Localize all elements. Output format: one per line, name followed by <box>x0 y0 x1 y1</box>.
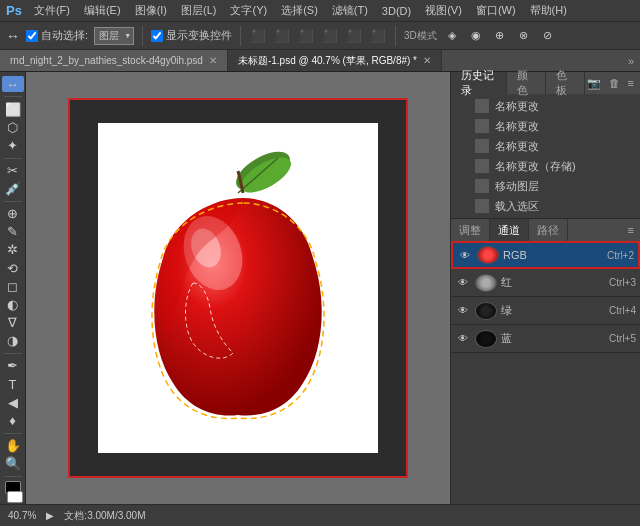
history-camera-icon[interactable]: 📷 <box>585 77 603 90</box>
tool-select-rect[interactable]: ⬜ <box>2 101 24 117</box>
tool-history-brush[interactable]: ⟲ <box>2 260 24 276</box>
tab-1-close[interactable]: ✕ <box>423 55 431 66</box>
align-middle-icon[interactable]: ⬛ <box>345 27 363 45</box>
3d-icon-1[interactable]: ◈ <box>443 27 461 45</box>
tool-pen[interactable]: ✒ <box>2 358 24 374</box>
tool-lasso[interactable]: ⬡ <box>2 119 24 135</box>
channel-row-blue[interactable]: 👁 蓝 Ctrl+5 <box>451 325 640 353</box>
channels-menu-icon[interactable]: ≡ <box>626 224 636 236</box>
channel-eye-blue[interactable]: 👁 <box>455 331 471 347</box>
separator-1 <box>142 26 143 46</box>
menu-view[interactable]: 视图(V) <box>419 1 468 20</box>
channel-shortcut-blue: Ctrl+5 <box>609 333 636 344</box>
menu-image[interactable]: 图像(I) <box>129 1 173 20</box>
history-item-5[interactable]: 载入选区 <box>451 196 640 216</box>
menu-window[interactable]: 窗口(W) <box>470 1 522 20</box>
channel-row-rgb[interactable]: 👁 RGB Ctrl+2 <box>451 241 640 269</box>
tool-sep-3 <box>4 201 22 202</box>
align-left-icon[interactable]: ⬛ <box>249 27 267 45</box>
tab-more[interactable]: » <box>622 50 640 71</box>
apple-image <box>118 143 358 433</box>
align-right-icon[interactable]: ⬛ <box>297 27 315 45</box>
auto-select-checkbox[interactable]: 自动选择: <box>26 28 88 43</box>
channel-name-blue: 蓝 <box>501 331 605 346</box>
history-item-4[interactable]: 移动图层 <box>451 176 640 196</box>
background-color[interactable] <box>7 491 23 503</box>
channels-panel-icons: ≡ <box>626 219 640 241</box>
align-top-icon[interactable]: ⬛ <box>321 27 339 45</box>
channel-eye-red[interactable]: 👁 <box>455 275 471 291</box>
tool-blur[interactable]: ∇ <box>2 315 24 331</box>
history-item-0[interactable]: 名称更改 <box>451 96 640 116</box>
tool-type[interactable]: T <box>2 376 24 392</box>
channel-name-green: 绿 <box>501 303 605 318</box>
tool-brush[interactable]: ✎ <box>2 224 24 240</box>
channels-tab[interactable]: 通道 <box>490 219 529 241</box>
auto-select-dropdown[interactable]: 图层 <box>94 27 134 45</box>
tool-move[interactable]: ↔ <box>2 76 24 92</box>
tool-eraser[interactable]: ◻ <box>2 278 24 294</box>
channel-items: 👁 RGB Ctrl+2 👁 红 Ctrl+3 👁 绿 Ct <box>451 241 640 504</box>
canvas-background <box>68 98 408 478</box>
tab-1[interactable]: 未标题-1.psd @ 40.7% (苹果, RGB/8#) * ✕ <box>228 50 442 71</box>
align-bottom-icon[interactable]: ⬛ <box>369 27 387 45</box>
canvas-area[interactable] <box>26 72 450 504</box>
history-panel-icons: 📷 🗑 ≡ <box>585 72 640 94</box>
tool-path-select[interactable]: ◀ <box>2 394 24 410</box>
3d-icon-4[interactable]: ⊗ <box>515 27 533 45</box>
3d-icon-5[interactable]: ⊘ <box>539 27 557 45</box>
separator-3 <box>395 26 396 46</box>
tool-hand[interactable]: ✋ <box>2 437 24 453</box>
tool-crop[interactable]: ✂ <box>2 162 24 178</box>
tool-gradient[interactable]: ◐ <box>2 296 24 312</box>
tool-healing[interactable]: ⊕ <box>2 205 24 221</box>
tool-magic-wand[interactable]: ✦ <box>2 137 24 153</box>
adjustments-tab[interactable]: 调整 <box>451 219 490 241</box>
history-tab[interactable]: 历史记录 <box>451 72 507 94</box>
tab-0[interactable]: rnd_night_2_by_nathies_stock-d4gy0ih.psd… <box>0 50 228 71</box>
tab-0-close[interactable]: ✕ <box>209 55 217 66</box>
tool-dodge[interactable]: ◑ <box>2 333 24 349</box>
show-transform-checkbox[interactable]: 显示变换控件 <box>151 28 232 43</box>
menu-bar: Ps 文件(F) 编辑(E) 图像(I) 图层(L) 文字(Y) 选择(S) 滤… <box>0 0 640 22</box>
tool-sep-2 <box>4 158 22 159</box>
tool-zoom[interactable]: 🔍 <box>2 456 24 472</box>
status-sep: ▶ <box>46 510 54 521</box>
channel-row-green[interactable]: 👁 绿 Ctrl+4 <box>451 297 640 325</box>
history-item-3[interactable]: 名称更改（存储) <box>451 156 640 176</box>
tool-clone[interactable]: ✲ <box>2 242 24 258</box>
channel-thumb-blue <box>475 330 497 348</box>
swatch-tab[interactable]: 色板 <box>546 72 585 94</box>
channels-panel: 调整 通道 路径 ≡ 👁 RGB Ctrl+2 👁 <box>451 219 640 504</box>
menu-help[interactable]: 帮助(H) <box>524 1 573 20</box>
3d-icon-2[interactable]: ◉ <box>467 27 485 45</box>
channel-eye-green[interactable]: 👁 <box>455 303 471 319</box>
tool-shape[interactable]: ♦ <box>2 412 24 428</box>
history-item-2[interactable]: 名称更改 <box>451 136 640 156</box>
paths-tab[interactable]: 路径 <box>529 219 568 241</box>
color-tab[interactable]: 颜色 <box>507 72 546 94</box>
history-trash-icon[interactable]: 🗑 <box>607 77 622 89</box>
menu-3d[interactable]: 3D(D) <box>376 3 417 19</box>
channel-thumb-red <box>475 274 497 292</box>
tool-eyedropper[interactable]: 💉 <box>2 180 24 196</box>
history-items: 名称更改 名称更改 名称更改 名称更改（存储) 移动图层 载入选区 <box>451 94 640 218</box>
menu-file[interactable]: 文件(F) <box>28 1 76 20</box>
align-center-icon[interactable]: ⬛ <box>273 27 291 45</box>
channel-shortcut-green: Ctrl+4 <box>609 305 636 316</box>
left-toolbar: ↔ ⬜ ⬡ ✦ ✂ 💉 ⊕ ✎ ✲ ⟲ ◻ ◐ ∇ ◑ ✒ T ◀ ♦ ✋ 🔍 <box>0 72 26 504</box>
menu-filter[interactable]: 滤镜(T) <box>326 1 374 20</box>
status-bar: 40.7% ▶ 文档:3.00M/3.00M <box>0 504 640 526</box>
channel-row-red[interactable]: 👁 红 Ctrl+3 <box>451 269 640 297</box>
menu-edit[interactable]: 编辑(E) <box>78 1 127 20</box>
history-menu-icon[interactable]: ≡ <box>626 77 636 89</box>
tab-1-label: 未标题-1.psd @ 40.7% (苹果, RGB/8#) * <box>238 54 417 68</box>
history-item-1[interactable]: 名称更改 <box>451 116 640 136</box>
3d-icon-3[interactable]: ⊕ <box>491 27 509 45</box>
channel-shortcut-red: Ctrl+3 <box>609 277 636 288</box>
zoom-level: 40.7% <box>8 510 36 521</box>
menu-layer[interactable]: 图层(L) <box>175 1 222 20</box>
channel-eye-rgb[interactable]: 👁 <box>457 247 473 263</box>
menu-select[interactable]: 选择(S) <box>275 1 324 20</box>
menu-type[interactable]: 文字(Y) <box>224 1 273 20</box>
